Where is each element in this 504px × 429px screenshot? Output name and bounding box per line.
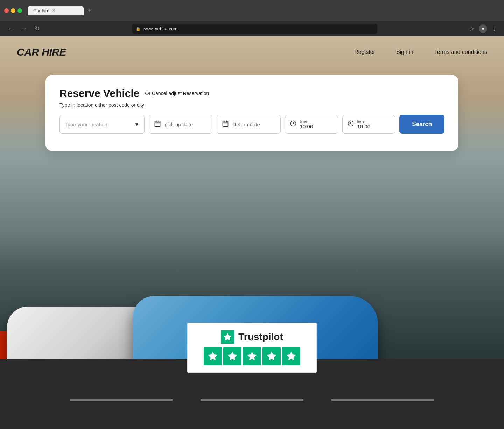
trustpilot-star-4 bbox=[262, 347, 281, 365]
pickup-time-container: time 10:00 bbox=[300, 119, 313, 129]
trustpilot-name: Trustpilot bbox=[238, 331, 283, 343]
navigation: CAR HIRE Register Sign in Terms and cond… bbox=[0, 36, 504, 68]
lock-icon: 🔒 bbox=[136, 27, 141, 31]
return-date-field[interactable]: Return date bbox=[217, 115, 280, 134]
browser-tab[interactable]: Car hire ✕ bbox=[28, 6, 84, 15]
site-logo[interactable]: CAR HIRE bbox=[17, 46, 66, 58]
page-content: CAR HIRE Register Sign in Terms and cond… bbox=[0, 36, 504, 429]
return-time-field[interactable]: time 10:00 bbox=[342, 115, 396, 134]
bookmark-icon[interactable]: ☆ bbox=[468, 24, 476, 33]
fullscreen-button[interactable] bbox=[18, 8, 22, 13]
chevron-down-icon: ▼ bbox=[134, 121, 139, 127]
road-markings bbox=[0, 399, 504, 401]
browser-toolbar: ☆ ● ⋮ bbox=[468, 24, 498, 33]
location-placeholder: Type your location bbox=[65, 121, 131, 127]
search-title: Reserve Vehicle bbox=[59, 87, 140, 99]
trustpilot-badge: Trustpilot bbox=[187, 323, 317, 373]
nav-links: Register Sign in Terms and conditions bbox=[354, 49, 487, 55]
tab-close-icon[interactable]: ✕ bbox=[52, 8, 55, 13]
svg-rect-4 bbox=[223, 121, 228, 126]
nav-signin[interactable]: Sign in bbox=[396, 49, 413, 55]
new-tab-button[interactable]: + bbox=[88, 7, 92, 14]
svg-marker-10 bbox=[224, 333, 232, 340]
reload-button[interactable]: ↻ bbox=[32, 24, 42, 34]
clock-pickup-icon bbox=[290, 120, 296, 128]
cancel-adjust-link[interactable]: Cancel adjust Reservation bbox=[152, 91, 209, 96]
address-bar-row: ← → ↻ 🔒 www.carhire.com ☆ ● ⋮ bbox=[0, 21, 504, 36]
close-button[interactable] bbox=[4, 8, 9, 13]
or-text: Or bbox=[145, 91, 151, 96]
trustpilot-stars bbox=[204, 347, 300, 365]
svg-marker-12 bbox=[228, 352, 237, 360]
return-time-value: 10:00 bbox=[357, 124, 371, 129]
calendar-icon bbox=[154, 120, 161, 129]
svg-marker-11 bbox=[208, 352, 218, 360]
svg-marker-13 bbox=[247, 352, 257, 360]
nav-register[interactable]: Register bbox=[354, 49, 375, 55]
return-time-label: time bbox=[357, 119, 371, 124]
url-text: www.carhire.com bbox=[143, 26, 177, 31]
pickup-time-field[interactable]: time 10:00 bbox=[285, 115, 338, 134]
return-time-container: time 10:00 bbox=[357, 119, 371, 129]
trustpilot-header: Trustpilot bbox=[221, 330, 283, 344]
pickup-date-field[interactable]: pick up date bbox=[149, 115, 212, 134]
back-button[interactable]: ← bbox=[6, 24, 15, 34]
minimize-button[interactable] bbox=[11, 8, 15, 13]
search-button[interactable]: Search bbox=[399, 115, 444, 134]
pickup-time-label: time bbox=[300, 119, 313, 124]
address-bar[interactable]: 🔒 www.carhire.com bbox=[132, 24, 377, 34]
trustpilot-star-2 bbox=[223, 347, 241, 365]
trustpilot-star-logo bbox=[221, 330, 234, 344]
pickup-date-label: pick up date bbox=[164, 121, 193, 127]
location-field[interactable]: Type your location ▼ bbox=[59, 115, 145, 134]
pickup-time-value: 10:00 bbox=[300, 124, 313, 129]
nav-terms[interactable]: Terms and conditions bbox=[434, 49, 487, 55]
tab-title: Car hire bbox=[33, 8, 49, 13]
svg-rect-0 bbox=[155, 121, 160, 126]
search-card: Reserve Vehicle Or Cancel adjust Reserva… bbox=[46, 75, 458, 151]
trustpilot-star-5 bbox=[282, 347, 300, 365]
search-subtitle: Type in location either post code or cit… bbox=[59, 102, 444, 108]
trustpilot-star-1 bbox=[204, 347, 222, 365]
svg-marker-14 bbox=[267, 352, 276, 360]
search-card-header: Reserve Vehicle Or Cancel adjust Reserva… bbox=[59, 87, 444, 99]
return-date-label: Return date bbox=[232, 121, 260, 127]
traffic-lights bbox=[4, 8, 22, 13]
clock-return-icon bbox=[348, 120, 354, 128]
trustpilot-star-3 bbox=[243, 347, 261, 365]
menu-icon[interactable]: ⋮ bbox=[490, 24, 498, 33]
calendar-return-icon bbox=[222, 120, 229, 129]
cancel-link-container: Or Cancel adjust Reservation bbox=[145, 91, 209, 96]
search-fields: Type your location ▼ pick up date bbox=[59, 115, 444, 134]
forward-button[interactable]: → bbox=[19, 24, 29, 34]
svg-marker-15 bbox=[287, 352, 296, 360]
user-avatar[interactable]: ● bbox=[479, 24, 487, 33]
